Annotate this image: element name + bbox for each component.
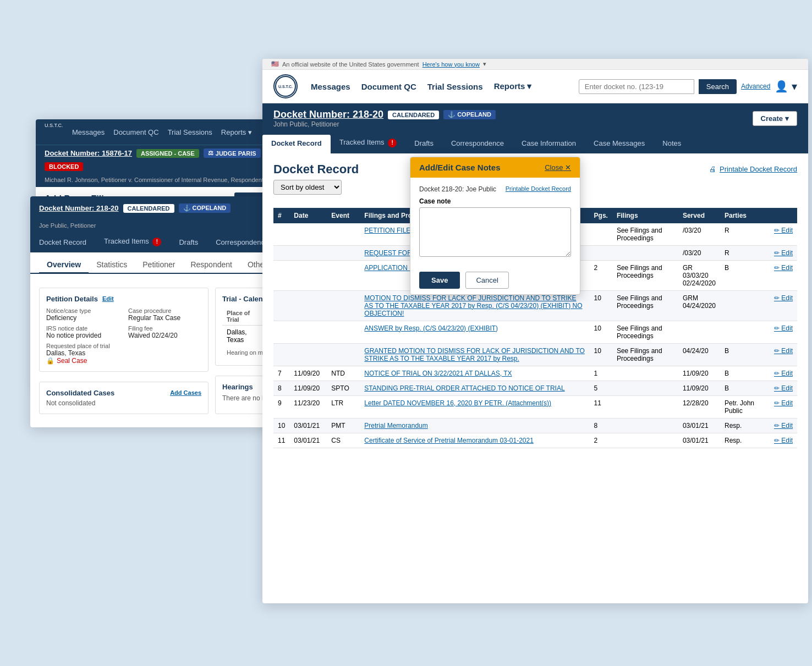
row-served: GRM 04/24/2020	[678, 290, 720, 321]
notice-case-type-row: Notice/case type Deficiency Case procedu…	[46, 307, 201, 322]
row-date	[289, 290, 327, 321]
nav-trialsessions-small[interactable]: Trial Sessions	[168, 128, 212, 136]
nav-reports[interactable]: Reports ▾	[494, 81, 532, 91]
sort-select[interactable]: Sort by oldestSort by newest	[273, 180, 342, 195]
row-pages: 5	[590, 381, 612, 395]
nav-docqc[interactable]: Document QC	[361, 82, 416, 91]
row-edit: ✏ Edit	[770, 245, 797, 260]
seal-case-value: 🔒 Seal Case	[46, 357, 201, 365]
row-event	[327, 245, 360, 260]
tab-tracked-items-ci[interactable]: Tracked Items !	[95, 233, 171, 252]
row-parties	[720, 321, 770, 343]
row-parties: B	[720, 343, 770, 366]
subnav-petitioner[interactable]: Petitioner	[135, 257, 183, 273]
col-num: #	[273, 208, 289, 223]
row-parties	[720, 290, 770, 321]
row-filings	[612, 433, 678, 448]
row-edit: ✏ Edit	[770, 433, 797, 448]
subnav-statistics[interactable]: Statistics	[89, 257, 135, 273]
petitioner-paper: Michael R. Johnson, Petitioner v. Commis…	[45, 177, 264, 183]
docket-number[interactable]: Docket Number: 218-20	[273, 109, 383, 120]
row-filings	[612, 381, 678, 395]
case-note-textarea[interactable]	[419, 207, 571, 257]
req-place-row: Requested place of trial Dallas, Texas 🔒…	[46, 343, 201, 365]
row-filings: See Filings and Proceedings	[612, 223, 678, 246]
row-num	[273, 290, 289, 321]
heres-how-link[interactable]: Here's how you know	[423, 61, 480, 68]
flag-icon: 🇺🇸	[271, 60, 279, 68]
row-edit: ✏ Edit	[770, 290, 797, 321]
req-place-label: Requested place of trial	[46, 343, 201, 349]
modal-save-button[interactable]: Save	[419, 272, 460, 289]
search-input[interactable]	[579, 79, 694, 94]
row-parties: R	[720, 223, 770, 246]
modal-printable-link[interactable]: Printable Docket Record	[506, 185, 571, 192]
advanced-link[interactable]: Advanced	[741, 82, 770, 90]
tab-notes[interactable]: Notes	[654, 135, 690, 153]
modal-close-button[interactable]: Close ✕	[545, 163, 571, 172]
row-num	[273, 260, 289, 290]
tab-docket-record[interactable]: Docket Record	[262, 135, 331, 153]
not-consolidated-text: Not consolidated	[46, 399, 201, 407]
subnav-overview[interactable]: Overview	[39, 257, 89, 274]
docket-number-paper[interactable]: Docket Number: 15876-17	[45, 149, 132, 157]
case-procedure-label: Case procedure	[128, 307, 201, 314]
row-served: 03/01/21	[678, 418, 720, 433]
tab-drafts-ci[interactable]: Drafts	[170, 234, 207, 252]
gov-banner-text: An official website of the United States…	[282, 61, 419, 68]
row-filings: See Filings and Proceedings	[612, 321, 678, 343]
row-date: 11/09/20	[289, 381, 327, 395]
printable-docket-link[interactable]: Printable Docket Record	[720, 165, 797, 173]
tab-correspondence[interactable]: Correspondence	[442, 135, 513, 153]
row-served: 12/28/20	[678, 395, 720, 418]
modal-cancel-button[interactable]: Cancel	[465, 272, 508, 289]
nav-reports-small[interactable]: Reports ▾	[221, 128, 252, 136]
tab-case-information[interactable]: Case Information	[513, 135, 585, 153]
svg-text:U.S.T.C.: U.S.T.C.	[278, 85, 293, 89]
tab-tracked-items[interactable]: Tracked Items !	[331, 134, 406, 153]
row-pages: 10	[590, 290, 612, 321]
row-served	[678, 321, 720, 343]
row-num: 10	[273, 418, 289, 433]
search-area: Search Advanced 👤 ▾	[579, 79, 797, 94]
req-place-value: Dallas, Texas	[46, 349, 201, 357]
row-edit: ✏ Edit	[770, 366, 797, 381]
row-pages: 8	[590, 418, 612, 433]
row-date	[289, 321, 327, 343]
row-description: NOTICE OF TRIAL ON 3/22/2021 AT DALLAS, …	[360, 366, 589, 381]
row-filings: See Filings and Proceedings	[612, 260, 678, 290]
row-num	[273, 343, 289, 366]
petitioner-caseinfo: Joe Public, Petitioner	[39, 222, 96, 229]
badge-cal-caseinfo: CALENDARED	[123, 204, 174, 213]
trial-place-link[interactable]: Dallas, Texas	[227, 328, 247, 344]
row-event	[327, 290, 360, 321]
nav-messages[interactable]: Messages	[311, 82, 350, 91]
nav-docqc-small[interactable]: Document QC	[113, 128, 158, 136]
col-edit	[770, 208, 797, 223]
row-parties: Resp.	[720, 418, 770, 433]
badge-blocked: BLOCKED	[45, 162, 83, 171]
row-filings	[612, 245, 678, 260]
subnav-respondent[interactable]: Respondent	[183, 257, 240, 273]
notice-case-type-value: Deficiency	[46, 314, 119, 322]
add-cases-link[interactable]: Add Cases	[170, 389, 201, 396]
nav-messages-small[interactable]: Messages	[72, 128, 105, 136]
consolidated-cases-card: Consolidated Cases Add Cases Not consoli…	[39, 382, 209, 414]
tab-docket-record-ci[interactable]: Docket Record	[30, 234, 95, 252]
row-description: ANSWER by Resp. (C/S 04/23/20) (EXHIBIT)	[360, 321, 589, 343]
user-icon[interactable]: 👤 ▾	[775, 80, 797, 93]
edit-petition-link[interactable]: Edit	[102, 295, 114, 302]
docket-num-caseinfo[interactable]: Docket Number: 218-20	[39, 204, 119, 212]
tab-case-messages[interactable]: Case Messages	[585, 135, 654, 153]
irs-notice-label: IRS notice date	[46, 325, 119, 332]
nav-trial-sessions[interactable]: Trial Sessions	[427, 82, 483, 91]
create-button[interactable]: Create ▾	[753, 111, 797, 126]
tab-drafts[interactable]: Drafts	[405, 135, 442, 153]
case-notes-modal: Add/Edit Case Notes Close ✕ Docket 218-2…	[410, 157, 580, 295]
search-button[interactable]: Search	[699, 79, 737, 94]
row-parties: Resp.	[720, 433, 770, 448]
case-note-label: Case note	[419, 197, 571, 205]
tabs-bar: Docket Record Tracked Items ! Drafts Cor…	[262, 134, 808, 153]
irs-filing-row: IRS notice date No notice provided Filin…	[46, 325, 201, 339]
row-num: 7	[273, 366, 289, 381]
